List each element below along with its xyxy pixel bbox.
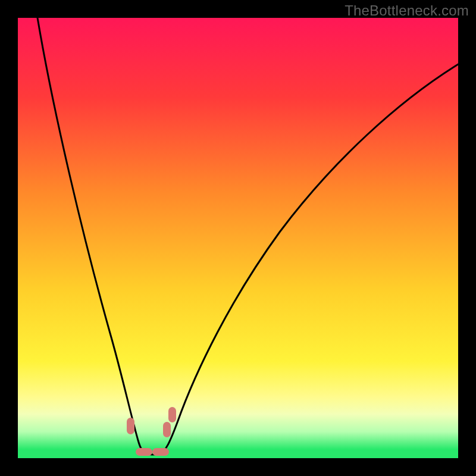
marker-1	[127, 418, 134, 434]
marker-4	[163, 422, 171, 437]
marker-5	[168, 407, 176, 422]
bottleneck-curve-plot	[18, 18, 458, 458]
marker-3	[152, 448, 169, 456]
chart-frame	[18, 18, 458, 458]
curve-left-branch	[37, 18, 147, 454]
curve-right-branch	[159, 64, 458, 454]
watermark-text: TheBottleneck.com	[345, 2, 469, 19]
marker-2	[136, 448, 152, 456]
